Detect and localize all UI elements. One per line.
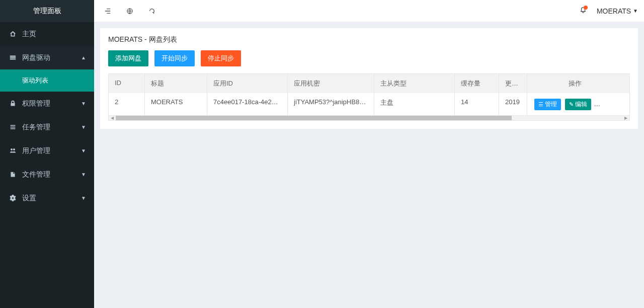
- content: MOERATS - 网盘列表 添加网盘 开始同步 停止同步 ID: [94, 22, 644, 308]
- svg-point-7: [13, 148, 15, 150]
- users-icon: [8, 147, 17, 154]
- col-id: ID: [109, 74, 145, 93]
- cell-type: 主盘: [374, 93, 455, 115]
- start-sync-button[interactable]: 开始同步: [154, 50, 195, 66]
- svg-rect-4: [10, 127, 15, 128]
- caret-down-icon: ▼: [633, 8, 638, 14]
- col-ops: 操作: [527, 74, 623, 93]
- add-drive-button[interactable]: 添加网盘: [108, 50, 148, 66]
- scroll-right-arrow[interactable]: ▶: [622, 116, 629, 120]
- drive-icon: [8, 54, 17, 61]
- list-icon: ☰: [538, 101, 543, 108]
- col-appid: 应用ID: [207, 74, 288, 93]
- col-type: 主从类型: [374, 74, 455, 93]
- manage-button[interactable]: ☰管理: [534, 99, 561, 110]
- topbar: MOERATS ▼: [94, 0, 644, 22]
- file-icon: [8, 171, 17, 178]
- sidebar-item-label: 网盘驱动: [22, 53, 50, 62]
- svg-rect-1: [10, 57, 15, 58]
- sidebar-subitem-label: 驱动列表: [22, 76, 48, 85]
- refresh-icon[interactable]: [146, 6, 157, 17]
- sidebar-item-label: 任务管理: [22, 123, 50, 132]
- chevron-down-icon: ▼: [81, 172, 86, 177]
- sidebar-item-label: 文件管理: [22, 170, 50, 179]
- scrollbar-thumb[interactable]: [116, 116, 512, 120]
- table-header: ID 标题 应用ID 应用机密 主从类型 缓存量 更新时 操作: [109, 74, 629, 93]
- chevron-down-icon: ▼: [81, 101, 86, 106]
- svg-rect-5: [10, 128, 15, 129]
- sidebar: 管理面板 主页 网盘驱动 ▲ 驱动列表: [0, 0, 94, 308]
- globe-icon[interactable]: [124, 6, 135, 17]
- user-menu[interactable]: MOERATS ▼: [597, 7, 638, 15]
- sidebar-item-drive[interactable]: 网盘驱动 ▲: [0, 46, 94, 69]
- horizontal-scrollbar[interactable]: ◀ ▶: [109, 115, 629, 120]
- notification-bell[interactable]: [580, 7, 587, 15]
- edit-button[interactable]: ✎编辑: [565, 99, 591, 110]
- cell-id: 2: [109, 93, 145, 115]
- svg-rect-2: [10, 59, 15, 60]
- table-row: 2 MOERATS 7c4ee017-18ca-4e28-8... jiTYAM…: [109, 93, 629, 115]
- sidebar-item-label: 设置: [22, 194, 36, 203]
- sidebar-item-settings[interactable]: 设置 ▼: [0, 186, 94, 210]
- cell-appid: 7c4ee017-18ca-4e28-8...: [207, 93, 288, 115]
- gear-icon: [8, 195, 17, 201]
- chevron-down-icon: ▼: [81, 148, 86, 153]
- table: ID 标题 应用ID 应用机密 主从类型 缓存量 更新时 操作: [108, 73, 630, 121]
- chevron-up-icon: ▲: [81, 55, 86, 60]
- col-update: 更新时: [499, 74, 527, 93]
- trash-icon: 🗑: [599, 101, 604, 107]
- sidebar-item-task[interactable]: 任务管理 ▼: [0, 115, 94, 139]
- username: MOERATS: [597, 7, 631, 15]
- col-secret: 应用机密: [288, 74, 374, 93]
- task-icon: [8, 124, 17, 130]
- cell-title: MOERATS: [145, 93, 207, 115]
- sidebar-title: 管理面板: [0, 0, 94, 22]
- sidebar-item-users[interactable]: 用户管理 ▼: [0, 139, 94, 163]
- stop-sync-button[interactable]: 停止同步: [201, 50, 241, 66]
- chevron-down-icon: ▼: [81, 195, 86, 201]
- col-title: 标题: [145, 74, 207, 93]
- action-buttons: 添加网盘 开始同步 停止同步: [108, 50, 630, 66]
- panel-title: MOERATS - 网盘列表: [100, 28, 638, 50]
- sidebar-item-label: 用户管理: [22, 146, 50, 156]
- main-area: MOERATS ▼ MOERATS - 网盘列表 添加网盘 开始同步 停止同步: [94, 0, 644, 308]
- cell-secret: jiTYAMP53?^janipHB86...: [288, 93, 374, 115]
- sidebar-subitem-drive-list[interactable]: 驱动列表: [0, 69, 94, 92]
- notification-dot: [584, 6, 588, 10]
- sidebar-item-permission[interactable]: 权限管理 ▼: [0, 92, 94, 115]
- svg-rect-0: [10, 55, 15, 56]
- cell-cache: 14: [455, 93, 499, 115]
- sidebar-menu: 主页 网盘驱动 ▲ 驱动列表 权限管理 ▼: [0, 22, 94, 308]
- panel: MOERATS - 网盘列表 添加网盘 开始同步 停止同步 ID: [100, 28, 638, 129]
- menu-toggle-icon[interactable]: [102, 6, 113, 17]
- lock-icon: [8, 100, 17, 107]
- cell-update: 2019: [499, 93, 527, 115]
- svg-point-6: [11, 148, 13, 150]
- cell-ops: ☰管理 ✎编辑 🗑删除: [527, 93, 623, 115]
- sidebar-item-home[interactable]: 主页: [0, 22, 94, 46]
- sidebar-item-files[interactable]: 文件管理 ▼: [0, 163, 94, 186]
- delete-button[interactable]: 🗑删除: [595, 98, 622, 110]
- pencil-icon: ✎: [569, 101, 574, 108]
- scroll-left-arrow[interactable]: ◀: [109, 116, 116, 120]
- home-icon: [8, 31, 17, 37]
- col-cache: 缓存量: [455, 74, 499, 93]
- svg-rect-3: [10, 125, 15, 126]
- chevron-down-icon: ▼: [81, 124, 86, 130]
- sidebar-item-label: 主页: [22, 30, 36, 39]
- sidebar-item-label: 权限管理: [22, 99, 50, 108]
